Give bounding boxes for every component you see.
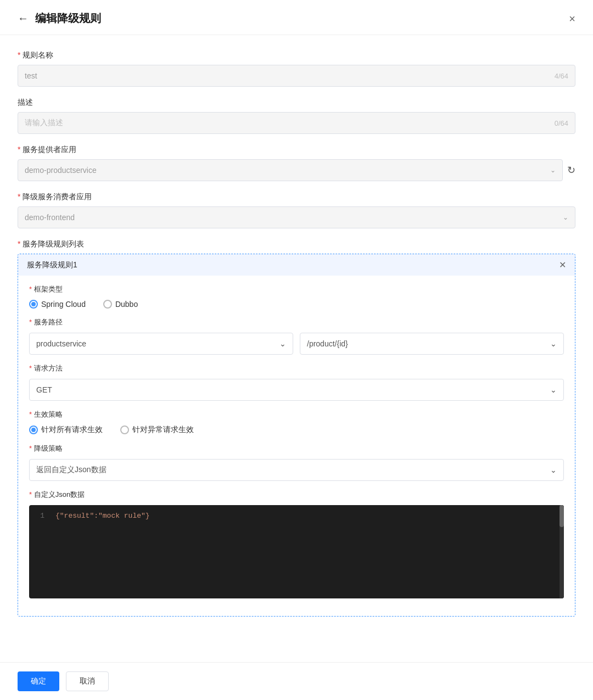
effect-label: 生效策略 bbox=[29, 410, 564, 419]
effect-radio-group: 针对所有请求生效 针对异常请求生效 bbox=[29, 425, 564, 435]
consumer-label: 降级服务消费者应用 bbox=[18, 192, 575, 202]
dubbo-radio[interactable] bbox=[103, 300, 112, 309]
dialog-header: ← 编辑降级规则 × bbox=[0, 0, 593, 35]
rule-name-counter: 4/64 bbox=[555, 72, 568, 80]
code-text: {"result":"mock rule"} bbox=[55, 512, 150, 520]
downgrade-label: 降级策略 bbox=[29, 444, 564, 453]
method-label: 请求方法 bbox=[29, 363, 564, 373]
rule-body: 框架类型 Spring Cloud Dubbo bbox=[18, 276, 575, 616]
effect-abnormal-radio[interactable] bbox=[120, 425, 129, 434]
provider-select[interactable]: demo-productservice ⌄ bbox=[18, 159, 563, 181]
downgrade-section: 降级策略 返回自定义Json数据 ⌄ bbox=[29, 444, 564, 481]
spring-cloud-radio[interactable] bbox=[29, 300, 38, 309]
path-service-value: productservice bbox=[36, 339, 86, 348]
consumer-value: demo-frontend bbox=[25, 213, 75, 222]
effect-abnormal-label: 针对异常请求生效 bbox=[132, 425, 194, 435]
consumer-section: 降级服务消费者应用 demo-frontend ⌄ bbox=[18, 192, 575, 228]
confirm-button[interactable]: 确定 bbox=[18, 671, 59, 691]
rule-header: 服务降级规则1 ✕ bbox=[18, 254, 575, 276]
rules-list-section: 服务降级规则列表 服务降级规则1 ✕ 框架类型 bbox=[18, 239, 575, 617]
provider-label: 服务提供者应用 bbox=[18, 145, 575, 155]
code-content[interactable]: {"result":"mock rule"} bbox=[51, 512, 564, 592]
rule-name-label: 规则名称 bbox=[18, 51, 575, 60]
description-section: 描述 请输入描述 0/64 bbox=[18, 98, 575, 134]
consumer-select[interactable]: demo-frontend ⌄ bbox=[18, 206, 575, 228]
path-row: productservice ⌄ /product/{id} ⌄ bbox=[29, 333, 564, 355]
json-section: 自定义Json数据 1 {"result":"mock rule"} bbox=[29, 490, 564, 598]
effect-abnormal-option[interactable]: 针对异常请求生效 bbox=[120, 425, 194, 435]
path-label: 服务路径 bbox=[29, 317, 564, 327]
rule-name-section: 规则名称 test 4/64 bbox=[18, 51, 575, 87]
path-endpoint-chevron-icon: ⌄ bbox=[550, 339, 557, 348]
effect-all-radio[interactable] bbox=[29, 425, 38, 434]
rule-close-button[interactable]: ✕ bbox=[559, 260, 566, 270]
effect-all-label: 针对所有请求生效 bbox=[41, 425, 103, 435]
provider-section: 服务提供者应用 demo-productservice ⌄ ↻ bbox=[18, 145, 575, 181]
code-editor[interactable]: 1 {"result":"mock rule"} bbox=[29, 505, 564, 598]
dialog-footer: 确定 取消 bbox=[0, 662, 593, 700]
rules-list-label: 服务降级规则列表 bbox=[18, 239, 575, 249]
downgrade-select[interactable]: 返回自定义Json数据 ⌄ bbox=[29, 459, 564, 481]
downgrade-chevron-icon: ⌄ bbox=[550, 466, 557, 474]
framework-radio-group: Spring Cloud Dubbo bbox=[29, 300, 564, 309]
dialog-body: 规则名称 test 4/64 描述 请输入描述 0/64 服务提供者应用 dem… bbox=[0, 35, 593, 662]
method-section: 请求方法 GET ⌄ bbox=[29, 363, 564, 401]
method-select[interactable]: GET ⌄ bbox=[29, 379, 564, 401]
consumer-chevron-icon: ⌄ bbox=[563, 214, 568, 221]
rule-title: 服务降级规则1 bbox=[27, 260, 77, 270]
dubbo-label: Dubbo bbox=[115, 300, 138, 309]
rule-name-input[interactable]: test 4/64 bbox=[18, 65, 575, 87]
provider-value: demo-productservice bbox=[25, 166, 97, 175]
back-button[interactable]: ← bbox=[18, 12, 29, 25]
cancel-button[interactable]: 取消 bbox=[66, 671, 109, 691]
description-counter: 0/64 bbox=[555, 119, 568, 127]
scrollbar[interactable] bbox=[560, 505, 564, 598]
method-chevron-icon: ⌄ bbox=[550, 385, 557, 394]
scrollbar-thumb bbox=[560, 505, 564, 527]
path-service-chevron-icon: ⌄ bbox=[279, 339, 286, 348]
path-service-select[interactable]: productservice ⌄ bbox=[29, 333, 293, 355]
rule-name-value: test bbox=[25, 71, 37, 80]
spring-cloud-option[interactable]: Spring Cloud bbox=[29, 300, 86, 309]
dubbo-option[interactable]: Dubbo bbox=[103, 300, 138, 309]
dialog-title: 编辑降级规则 bbox=[35, 11, 101, 26]
close-button[interactable]: × bbox=[569, 13, 575, 24]
path-endpoint-value: /product/{id} bbox=[307, 339, 348, 348]
path-section: 服务路径 productservice ⌄ /product/{id} ⌄ bbox=[29, 317, 564, 355]
rule-item: 服务降级规则1 ✕ 框架类型 Spring Clo bbox=[18, 254, 575, 616]
method-value: GET bbox=[36, 385, 52, 394]
downgrade-value: 返回自定义Json数据 bbox=[36, 465, 107, 475]
effect-all-option[interactable]: 针对所有请求生效 bbox=[29, 425, 103, 435]
spring-cloud-label: Spring Cloud bbox=[41, 300, 86, 309]
path-endpoint-select[interactable]: /product/{id} ⌄ bbox=[300, 333, 564, 355]
json-label: 自定义Json数据 bbox=[29, 490, 564, 500]
framework-section: 框架类型 Spring Cloud Dubbo bbox=[29, 284, 564, 309]
rules-container: 服务降级规则1 ✕ 框架类型 Spring Clo bbox=[18, 254, 575, 617]
effect-section: 生效策略 针对所有请求生效 针对异常请求生效 bbox=[29, 410, 564, 435]
provider-chevron-icon: ⌄ bbox=[550, 166, 556, 174]
line-numbers: 1 bbox=[29, 512, 51, 592]
refresh-button[interactable]: ↻ bbox=[567, 164, 575, 176]
framework-label: 框架类型 bbox=[29, 284, 564, 294]
description-input[interactable]: 请输入描述 0/64 bbox=[18, 112, 575, 134]
description-placeholder: 请输入描述 bbox=[25, 118, 63, 128]
description-label: 描述 bbox=[18, 98, 575, 108]
